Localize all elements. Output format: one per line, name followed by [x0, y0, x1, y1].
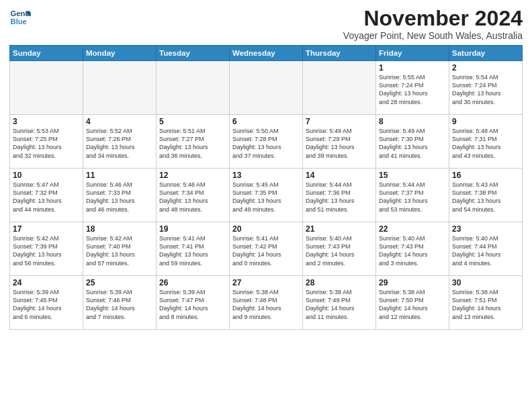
day-number: 6: [232, 117, 300, 126]
calendar-cell: 27Sunrise: 5:38 AM Sunset: 7:48 PM Dayli…: [230, 276, 303, 330]
month-title: November 2024: [343, 7, 523, 30]
calendar-week-3: 10Sunrise: 5:47 AM Sunset: 7:32 PM Dayli…: [10, 169, 523, 222]
day-info: Sunrise: 5:42 AM Sunset: 7:39 PM Dayligh…: [13, 234, 80, 267]
calendar-header-row: Sunday Monday Tuesday Wednesday Thursday…: [10, 46, 523, 61]
day-number: 5: [159, 117, 226, 126]
calendar-cell: [303, 61, 376, 115]
day-number: 24: [13, 278, 80, 287]
day-number: 29: [379, 278, 446, 287]
day-info: Sunrise: 5:40 AM Sunset: 7:43 PM Dayligh…: [379, 234, 446, 267]
calendar-cell: 23Sunrise: 5:40 AM Sunset: 7:44 PM Dayli…: [449, 222, 523, 276]
day-number: 10: [13, 171, 80, 180]
calendar-cell: [157, 61, 230, 115]
day-info: Sunrise: 5:49 AM Sunset: 7:30 PM Dayligh…: [379, 127, 446, 160]
day-info: Sunrise: 5:44 AM Sunset: 7:36 PM Dayligh…: [306, 181, 373, 214]
calendar-week-5: 24Sunrise: 5:39 AM Sunset: 7:45 PM Dayli…: [10, 276, 523, 330]
calendar-cell: 1Sunrise: 5:55 AM Sunset: 7:24 PM Daylig…: [376, 61, 449, 115]
day-info: Sunrise: 5:55 AM Sunset: 7:24 PM Dayligh…: [379, 73, 446, 106]
day-number: 13: [232, 171, 300, 180]
calendar-cell: 8Sunrise: 5:49 AM Sunset: 7:30 PM Daylig…: [376, 115, 449, 169]
day-info: Sunrise: 5:49 AM Sunset: 7:29 PM Dayligh…: [306, 127, 373, 160]
day-info: Sunrise: 5:41 AM Sunset: 7:42 PM Dayligh…: [232, 234, 300, 267]
calendar-cell: 2Sunrise: 5:54 AM Sunset: 7:24 PM Daylig…: [449, 61, 523, 115]
col-friday: Friday: [376, 46, 449, 61]
calendar-week-4: 17Sunrise: 5:42 AM Sunset: 7:39 PM Dayli…: [10, 222, 523, 276]
day-number: 3: [13, 117, 80, 126]
day-info: Sunrise: 5:39 AM Sunset: 7:46 PM Dayligh…: [86, 288, 153, 321]
day-info: Sunrise: 5:54 AM Sunset: 7:24 PM Dayligh…: [452, 73, 519, 106]
day-number: 23: [452, 224, 519, 234]
day-info: Sunrise: 5:45 AM Sunset: 7:35 PM Dayligh…: [232, 181, 300, 214]
day-info: Sunrise: 5:38 AM Sunset: 7:48 PM Dayligh…: [232, 288, 300, 321]
page-container: General Blue November 2024 Voyager Point…: [0, 0, 532, 411]
calendar-cell: 3Sunrise: 5:53 AM Sunset: 7:25 PM Daylig…: [10, 115, 83, 169]
calendar-cell: 10Sunrise: 5:47 AM Sunset: 7:32 PM Dayli…: [10, 169, 83, 222]
calendar-cell: 21Sunrise: 5:40 AM Sunset: 7:43 PM Dayli…: [303, 222, 376, 276]
col-sunday: Sunday: [10, 46, 83, 61]
day-number: 16: [452, 171, 519, 180]
day-info: Sunrise: 5:41 AM Sunset: 7:41 PM Dayligh…: [159, 234, 226, 267]
day-info: Sunrise: 5:40 AM Sunset: 7:44 PM Dayligh…: [452, 234, 519, 267]
calendar-cell: 14Sunrise: 5:44 AM Sunset: 7:36 PM Dayli…: [303, 169, 376, 222]
day-info: Sunrise: 5:42 AM Sunset: 7:40 PM Dayligh…: [86, 234, 153, 267]
day-info: Sunrise: 5:38 AM Sunset: 7:50 PM Dayligh…: [379, 288, 446, 321]
calendar-cell: 6Sunrise: 5:50 AM Sunset: 7:28 PM Daylig…: [230, 115, 303, 169]
day-info: Sunrise: 5:50 AM Sunset: 7:28 PM Dayligh…: [232, 127, 300, 160]
calendar-cell: 19Sunrise: 5:41 AM Sunset: 7:41 PM Dayli…: [157, 222, 230, 276]
col-thursday: Thursday: [303, 46, 376, 61]
day-number: 19: [159, 224, 226, 234]
day-number: 8: [379, 117, 446, 126]
calendar-cell: 28Sunrise: 5:38 AM Sunset: 7:49 PM Dayli…: [303, 276, 376, 330]
calendar-cell: 29Sunrise: 5:38 AM Sunset: 7:50 PM Dayli…: [376, 276, 449, 330]
calendar-cell: [83, 61, 157, 115]
day-info: Sunrise: 5:40 AM Sunset: 7:43 PM Dayligh…: [306, 234, 373, 267]
day-number: 22: [379, 224, 446, 234]
day-number: 2: [452, 63, 519, 73]
logo-icon: General Blue: [9, 7, 31, 28]
calendar-cell: 15Sunrise: 5:44 AM Sunset: 7:37 PM Dayli…: [376, 169, 449, 222]
day-number: 21: [306, 224, 373, 234]
col-monday: Monday: [83, 46, 157, 61]
day-info: Sunrise: 5:46 AM Sunset: 7:34 PM Dayligh…: [159, 181, 226, 214]
header: General Blue November 2024 Voyager Point…: [9, 7, 523, 41]
day-info: Sunrise: 5:39 AM Sunset: 7:47 PM Dayligh…: [159, 288, 226, 321]
day-number: 9: [452, 117, 519, 126]
logo: General Blue: [9, 7, 31, 28]
day-info: Sunrise: 5:48 AM Sunset: 7:31 PM Dayligh…: [452, 127, 519, 160]
calendar-cell: 17Sunrise: 5:42 AM Sunset: 7:39 PM Dayli…: [10, 222, 83, 276]
day-number: 26: [159, 278, 226, 287]
calendar-cell: 11Sunrise: 5:46 AM Sunset: 7:33 PM Dayli…: [83, 169, 157, 222]
calendar-cell: 12Sunrise: 5:46 AM Sunset: 7:34 PM Dayli…: [157, 169, 230, 222]
day-number: 7: [306, 117, 373, 126]
calendar-cell: 26Sunrise: 5:39 AM Sunset: 7:47 PM Dayli…: [157, 276, 230, 330]
day-info: Sunrise: 5:39 AM Sunset: 7:45 PM Dayligh…: [13, 288, 80, 321]
day-number: 4: [86, 117, 153, 126]
calendar-cell: 25Sunrise: 5:39 AM Sunset: 7:46 PM Dayli…: [83, 276, 157, 330]
day-number: 18: [86, 224, 153, 234]
calendar-cell: 22Sunrise: 5:40 AM Sunset: 7:43 PM Dayli…: [376, 222, 449, 276]
day-number: 15: [379, 171, 446, 180]
calendar-cell: 5Sunrise: 5:51 AM Sunset: 7:27 PM Daylig…: [157, 115, 230, 169]
subtitle: Voyager Point, New South Wales, Australi…: [343, 30, 523, 41]
calendar-cell: 9Sunrise: 5:48 AM Sunset: 7:31 PM Daylig…: [449, 115, 523, 169]
calendar-week-1: 1Sunrise: 5:55 AM Sunset: 7:24 PM Daylig…: [10, 61, 523, 115]
day-info: Sunrise: 5:51 AM Sunset: 7:27 PM Dayligh…: [159, 127, 226, 160]
day-info: Sunrise: 5:43 AM Sunset: 7:38 PM Dayligh…: [452, 181, 519, 214]
col-wednesday: Wednesday: [230, 46, 303, 61]
calendar-cell: 13Sunrise: 5:45 AM Sunset: 7:35 PM Dayli…: [230, 169, 303, 222]
col-tuesday: Tuesday: [157, 46, 230, 61]
calendar-cell: 4Sunrise: 5:52 AM Sunset: 7:26 PM Daylig…: [83, 115, 157, 169]
day-number: 11: [86, 171, 153, 180]
day-number: 30: [452, 278, 519, 287]
day-info: Sunrise: 5:44 AM Sunset: 7:37 PM Dayligh…: [379, 181, 446, 214]
day-number: 1: [379, 63, 446, 73]
day-info: Sunrise: 5:46 AM Sunset: 7:33 PM Dayligh…: [86, 181, 153, 214]
calendar-cell: 24Sunrise: 5:39 AM Sunset: 7:45 PM Dayli…: [10, 276, 83, 330]
day-number: 12: [159, 171, 226, 180]
calendar-cell: 7Sunrise: 5:49 AM Sunset: 7:29 PM Daylig…: [303, 115, 376, 169]
day-number: 17: [13, 224, 80, 234]
calendar-body: 1Sunrise: 5:55 AM Sunset: 7:24 PM Daylig…: [10, 61, 523, 330]
calendar-cell: 16Sunrise: 5:43 AM Sunset: 7:38 PM Dayli…: [449, 169, 523, 222]
day-info: Sunrise: 5:47 AM Sunset: 7:32 PM Dayligh…: [13, 181, 80, 214]
day-info: Sunrise: 5:38 AM Sunset: 7:49 PM Dayligh…: [306, 288, 373, 321]
